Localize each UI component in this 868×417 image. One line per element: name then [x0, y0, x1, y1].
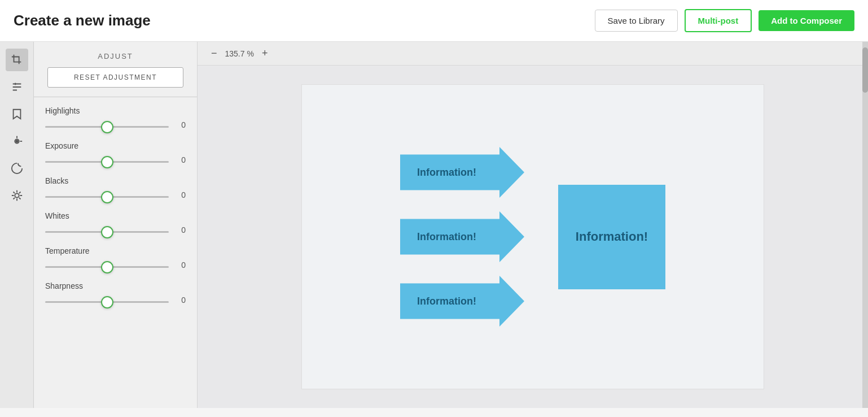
sidebar — [0, 42, 34, 408]
reset-adjustment-button[interactable]: RESET ADJUSTMENT — [47, 67, 183, 88]
zoom-level: 135.7 % — [225, 49, 254, 58]
multi-post-button[interactable]: Multi-post — [685, 9, 752, 32]
arrow-3-label: Information! — [411, 296, 476, 307]
blacks-row: 0 — [45, 190, 186, 200]
temperature-group: Temperature 0 — [34, 246, 197, 281]
canvas-area: − 135.7 % + Information! Information! — [198, 42, 868, 408]
highlights-row: 0 — [45, 120, 186, 130]
header: Create a new image Save to Library Multi… — [0, 0, 868, 42]
whites-row: 0 — [45, 225, 186, 235]
whites-slider-wrapper — [45, 225, 169, 235]
main-content: ADJUST RESET ADJUSTMENT Highlights 0 Exp… — [0, 42, 868, 408]
temperature-slider-wrapper — [45, 260, 169, 270]
info-box: Information! — [558, 185, 665, 289]
zoom-in-button[interactable]: + — [260, 47, 270, 59]
highlights-group: Highlights 0 — [34, 106, 197, 141]
highlights-slider[interactable] — [45, 126, 169, 128]
sharpness-slider[interactable] — [45, 301, 169, 303]
sidebar-icon-bookmark[interactable] — [6, 103, 28, 125]
diagram-container: Information! Information! Information! I… — [301, 84, 764, 389]
exposure-value: 0 — [174, 155, 186, 164]
arrow-3: Information! — [400, 276, 524, 327]
sharpness-label: Sharpness — [45, 281, 186, 290]
save-to-library-button[interactable]: Save to Library — [595, 10, 678, 32]
highlights-value: 0 — [174, 120, 186, 129]
temperature-label: Temperature — [45, 246, 186, 255]
page-title: Create a new image — [14, 12, 151, 29]
exposure-row: 0 — [45, 155, 186, 165]
temperature-slider[interactable] — [45, 266, 169, 268]
sharpness-row: 0 — [45, 295, 186, 305]
zoom-out-button[interactable]: − — [209, 47, 220, 59]
blacks-label: Blacks — [45, 176, 186, 185]
highlights-label: Highlights — [45, 106, 186, 115]
blacks-slider[interactable] — [45, 196, 169, 198]
exposure-slider-wrapper — [45, 155, 169, 165]
exposure-group: Exposure 0 — [34, 141, 197, 176]
whites-slider[interactable] — [45, 231, 169, 233]
blacks-group: Blacks 0 — [34, 176, 197, 211]
arrows-column: Information! Information! Information! — [400, 147, 524, 327]
header-actions: Save to Library Multi-post Add to Compos… — [595, 9, 854, 32]
right-scrollbar[interactable] — [862, 42, 868, 408]
whites-group: Whites 0 — [34, 211, 197, 246]
sidebar-icon-layers[interactable] — [6, 130, 28, 153]
temperature-value: 0 — [174, 260, 186, 270]
whites-value: 0 — [174, 225, 186, 234]
exposure-label: Exposure — [45, 141, 186, 150]
exposure-slider[interactable] — [45, 161, 169, 163]
sidebar-icon-crop[interactable] — [6, 49, 28, 71]
arrow-2: Information! — [400, 211, 524, 262]
sharpness-slider-wrapper — [45, 295, 169, 305]
svg-point-4 — [15, 193, 19, 197]
blacks-slider-wrapper — [45, 190, 169, 200]
add-to-composer-button[interactable]: Add to Composer — [759, 10, 854, 31]
blacks-value: 0 — [174, 190, 186, 199]
svg-point-1 — [16, 140, 18, 142]
info-box-label: Information! — [576, 229, 648, 244]
sharpness-group: Sharpness 0 — [34, 281, 197, 316]
sidebar-icon-adjust[interactable] — [6, 184, 28, 207]
sidebar-icon-text[interactable] — [6, 76, 28, 98]
arrow-2-label: Information! — [411, 231, 476, 243]
arrow-1: Information! — [400, 147, 524, 198]
canvas-content: Information! Information! Information! I… — [198, 66, 868, 408]
diagram-inner: Information! Information! Information! I… — [383, 130, 682, 344]
divider — [34, 97, 197, 97]
highlights-slider-wrapper — [45, 120, 169, 130]
adjust-panel: ADJUST RESET ADJUSTMENT Highlights 0 Exp… — [34, 42, 198, 408]
temperature-row: 0 — [45, 260, 186, 270]
scrollbar-thumb — [862, 47, 868, 93]
sidebar-icon-sticker[interactable] — [6, 157, 28, 180]
arrow-1-label: Information! — [411, 167, 476, 179]
canvas-toolbar: − 135.7 % + — [198, 42, 868, 66]
sharpness-value: 0 — [174, 296, 186, 305]
adjust-panel-title: ADJUST — [34, 42, 197, 67]
whites-label: Whites — [45, 211, 186, 220]
